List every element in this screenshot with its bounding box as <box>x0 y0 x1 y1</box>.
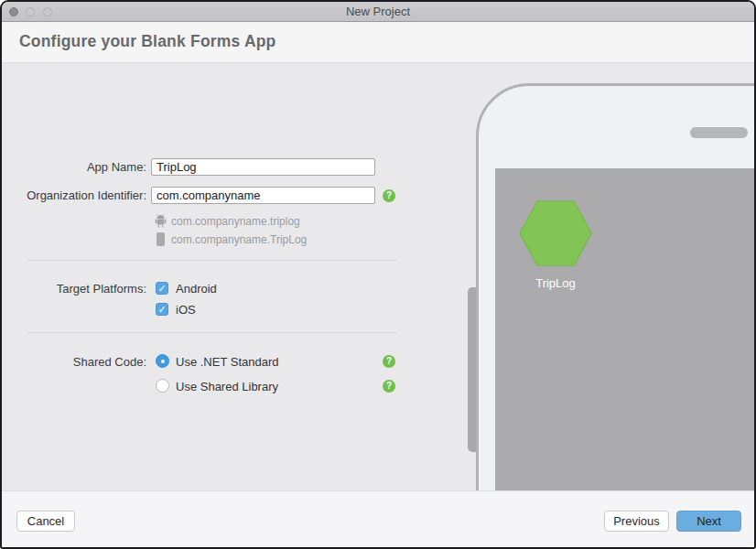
android-checkbox-label[interactable]: Android <box>176 282 217 296</box>
android-icon <box>155 214 167 228</box>
app-name-input[interactable] <box>151 158 375 176</box>
dialog-header: Configure your Blank Forms App <box>2 22 754 63</box>
app-hexagon-icon <box>519 200 592 266</box>
section-divider <box>27 332 397 333</box>
org-identifier-label: Organization Identifier: <box>2 187 146 204</box>
app-name-label: App Name: <box>2 158 146 176</box>
next-button[interactable]: Next <box>676 511 741 532</box>
org-identifier-input[interactable] <box>151 187 375 204</box>
ios-checkbox[interactable]: ✓ <box>156 303 168 316</box>
shared-code-label: Shared Code: <box>2 353 146 371</box>
net-standard-help-icon[interactable]: ? <box>383 355 395 368</box>
shared-library-radio-label[interactable]: Use Shared Library <box>176 380 278 393</box>
preview-app-name: TripLog <box>510 276 601 290</box>
dialog-footer: Cancel Previous Next <box>2 490 754 547</box>
ios-identifier-text: com.companyname.TripLog <box>171 233 307 246</box>
section-divider <box>27 260 397 261</box>
net-standard-radio[interactable] <box>156 354 169 368</box>
shared-library-radio[interactable] <box>156 379 169 393</box>
ios-checkbox-label[interactable]: iOS <box>176 303 196 317</box>
ios-phone-icon <box>157 232 165 246</box>
new-project-dialog: New Project Configure your Blank Forms A… <box>0 0 756 549</box>
dialog-content: TripLog App Name: Organization Identifie… <box>2 63 754 494</box>
net-standard-radio-label[interactable]: Use .NET Standard <box>176 355 278 369</box>
shared-library-help-icon[interactable]: ? <box>383 380 395 393</box>
titlebar: New Project <box>2 2 754 22</box>
android-checkbox[interactable]: ✓ <box>156 282 168 295</box>
page-title: Configure your Blank Forms App <box>19 32 276 51</box>
android-identifier-text: com.companyname.triplog <box>171 215 300 228</box>
window-title: New Project <box>2 2 754 22</box>
cancel-button[interactable]: Cancel <box>16 511 75 532</box>
target-platforms-label: Target Platforms: <box>2 280 146 297</box>
org-identifier-help-icon[interactable]: ? <box>383 189 395 202</box>
previous-button[interactable]: Previous <box>604 511 669 532</box>
phone-speaker <box>690 127 748 138</box>
